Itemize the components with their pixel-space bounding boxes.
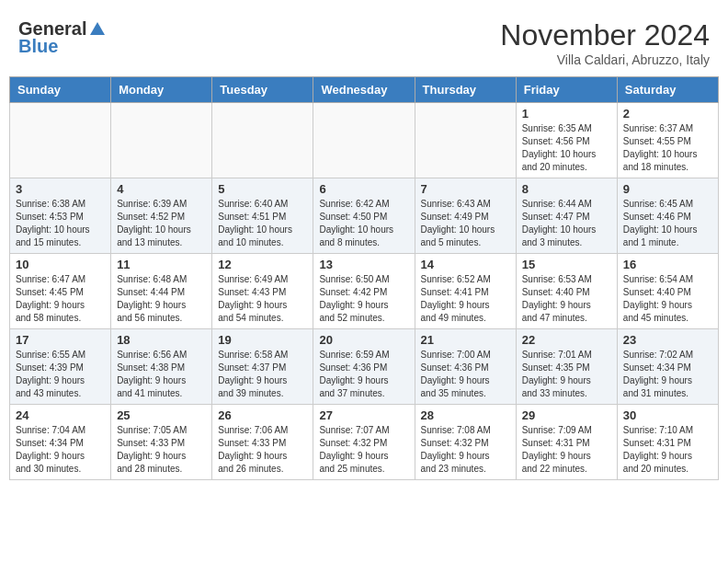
logo-icon (88, 20, 107, 39)
calendar-cell: 27Sunrise: 7:07 AM Sunset: 4:32 PM Dayli… (313, 405, 415, 480)
calendar-cell (212, 103, 313, 178)
weekday-header: Thursday (415, 77, 516, 103)
calendar-cell (10, 103, 111, 178)
month-title: November 2024 (500, 18, 710, 52)
day-info: Sunrise: 6:59 AM Sunset: 4:36 PM Dayligh… (319, 349, 408, 400)
calendar-cell: 21Sunrise: 7:00 AM Sunset: 4:36 PM Dayli… (415, 329, 516, 405)
day-info: Sunrise: 7:06 AM Sunset: 4:33 PM Dayligh… (218, 424, 307, 476)
day-number: 5 (218, 182, 307, 196)
day-info: Sunrise: 6:54 AM Sunset: 4:40 PM Dayligh… (623, 273, 712, 325)
day-info: Sunrise: 6:48 AM Sunset: 4:44 PM Dayligh… (117, 273, 206, 325)
day-number: 24 (16, 408, 105, 422)
weekday-header: Saturday (617, 77, 718, 103)
calendar-cell: 5Sunrise: 6:40 AM Sunset: 4:51 PM Daylig… (212, 178, 313, 254)
calendar-week-row: 17Sunrise: 6:55 AM Sunset: 4:39 PM Dayli… (10, 329, 719, 405)
calendar-cell: 20Sunrise: 6:59 AM Sunset: 4:36 PM Dayli… (313, 329, 415, 405)
day-info: Sunrise: 6:49 AM Sunset: 4:43 PM Dayligh… (218, 273, 307, 325)
day-info: Sunrise: 7:07 AM Sunset: 4:32 PM Dayligh… (319, 424, 408, 476)
day-info: Sunrise: 6:38 AM Sunset: 4:53 PM Dayligh… (16, 198, 105, 249)
calendar-week-row: 24Sunrise: 7:04 AM Sunset: 4:34 PM Dayli… (10, 405, 719, 480)
calendar-cell: 18Sunrise: 6:56 AM Sunset: 4:38 PM Dayli… (111, 329, 212, 405)
calendar-cell (313, 103, 415, 178)
calendar-cell: 9Sunrise: 6:45 AM Sunset: 4:46 PM Daylig… (617, 178, 718, 254)
day-info: Sunrise: 6:43 AM Sunset: 4:49 PM Dayligh… (421, 198, 510, 249)
svg-marker-0 (90, 22, 105, 35)
calendar-cell: 14Sunrise: 6:52 AM Sunset: 4:41 PM Dayli… (415, 254, 516, 329)
calendar-cell: 10Sunrise: 6:47 AM Sunset: 4:45 PM Dayli… (10, 254, 111, 329)
calendar-cell: 3Sunrise: 6:38 AM Sunset: 4:53 PM Daylig… (10, 178, 111, 254)
calendar-week-row: 3Sunrise: 6:38 AM Sunset: 4:53 PM Daylig… (10, 178, 719, 254)
day-info: Sunrise: 6:53 AM Sunset: 4:40 PM Dayligh… (522, 273, 611, 325)
day-number: 25 (117, 408, 206, 422)
calendar-cell: 29Sunrise: 7:09 AM Sunset: 4:31 PM Dayli… (516, 405, 617, 480)
calendar-cell: 15Sunrise: 6:53 AM Sunset: 4:40 PM Dayli… (516, 254, 617, 329)
day-info: Sunrise: 6:37 AM Sunset: 4:55 PM Dayligh… (623, 122, 712, 174)
day-number: 11 (117, 258, 206, 271)
weekday-header: Sunday (10, 77, 111, 103)
day-info: Sunrise: 7:02 AM Sunset: 4:34 PM Dayligh… (623, 349, 712, 400)
calendar-cell: 11Sunrise: 6:48 AM Sunset: 4:44 PM Dayli… (111, 254, 212, 329)
calendar-table: SundayMondayTuesdayWednesdayThursdayFrid… (9, 76, 719, 480)
day-number: 19 (218, 333, 307, 347)
day-info: Sunrise: 6:42 AM Sunset: 4:50 PM Dayligh… (319, 198, 408, 249)
title-block: November 2024 Villa Caldari, Abruzzo, It… (500, 18, 710, 67)
day-info: Sunrise: 7:05 AM Sunset: 4:33 PM Dayligh… (117, 424, 206, 476)
day-info: Sunrise: 6:58 AM Sunset: 4:37 PM Dayligh… (218, 349, 307, 400)
day-info: Sunrise: 6:56 AM Sunset: 4:38 PM Dayligh… (117, 349, 206, 400)
day-number: 29 (522, 408, 611, 422)
calendar-cell: 13Sunrise: 6:50 AM Sunset: 4:42 PM Dayli… (313, 254, 415, 329)
day-number: 4 (117, 182, 206, 196)
day-info: Sunrise: 6:35 AM Sunset: 4:56 PM Dayligh… (522, 122, 611, 174)
day-number: 16 (623, 258, 712, 271)
day-number: 9 (623, 182, 712, 196)
day-number: 12 (218, 258, 307, 271)
page-header: General Blue November 2024 Villa Caldari… (9, 9, 719, 72)
day-info: Sunrise: 6:40 AM Sunset: 4:51 PM Dayligh… (218, 198, 307, 249)
calendar-cell: 4Sunrise: 6:39 AM Sunset: 4:52 PM Daylig… (111, 178, 212, 254)
calendar-cell: 8Sunrise: 6:44 AM Sunset: 4:47 PM Daylig… (516, 178, 617, 254)
day-number: 14 (421, 258, 510, 271)
day-info: Sunrise: 7:00 AM Sunset: 4:36 PM Dayligh… (421, 349, 510, 400)
calendar-cell: 25Sunrise: 7:05 AM Sunset: 4:33 PM Dayli… (111, 405, 212, 480)
calendar-cell: 17Sunrise: 6:55 AM Sunset: 4:39 PM Dayli… (10, 329, 111, 405)
weekday-header: Friday (516, 77, 617, 103)
calendar-cell (415, 103, 516, 178)
location-subtitle: Villa Caldari, Abruzzo, Italy (500, 52, 710, 67)
weekday-header: Wednesday (313, 77, 415, 103)
calendar-week-row: 10Sunrise: 6:47 AM Sunset: 4:45 PM Dayli… (10, 254, 719, 329)
day-info: Sunrise: 6:44 AM Sunset: 4:47 PM Dayligh… (522, 198, 611, 249)
day-info: Sunrise: 7:01 AM Sunset: 4:35 PM Dayligh… (522, 349, 611, 400)
day-number: 15 (522, 258, 611, 271)
day-info: Sunrise: 7:09 AM Sunset: 4:31 PM Dayligh… (522, 424, 611, 476)
weekday-header: Tuesday (212, 77, 313, 103)
day-info: Sunrise: 6:55 AM Sunset: 4:39 PM Dayligh… (16, 349, 105, 400)
calendar-cell: 24Sunrise: 7:04 AM Sunset: 4:34 PM Dayli… (10, 405, 111, 480)
day-number: 26 (218, 408, 307, 422)
calendar-cell: 19Sunrise: 6:58 AM Sunset: 4:37 PM Dayli… (212, 329, 313, 405)
day-number: 28 (421, 408, 510, 422)
day-number: 21 (421, 333, 510, 347)
day-number: 6 (319, 182, 408, 196)
day-number: 20 (319, 333, 408, 347)
day-number: 3 (16, 182, 105, 196)
day-number: 8 (522, 182, 611, 196)
calendar-cell: 30Sunrise: 7:10 AM Sunset: 4:31 PM Dayli… (617, 405, 718, 480)
calendar-cell: 2Sunrise: 6:37 AM Sunset: 4:55 PM Daylig… (617, 103, 718, 178)
calendar-cell: 6Sunrise: 6:42 AM Sunset: 4:50 PM Daylig… (313, 178, 415, 254)
day-number: 23 (623, 333, 712, 347)
day-info: Sunrise: 7:10 AM Sunset: 4:31 PM Dayligh… (623, 424, 712, 476)
calendar-cell: 26Sunrise: 7:06 AM Sunset: 4:33 PM Dayli… (212, 405, 313, 480)
calendar-cell: 22Sunrise: 7:01 AM Sunset: 4:35 PM Dayli… (516, 329, 617, 405)
day-number: 30 (623, 408, 712, 422)
day-number: 17 (16, 333, 105, 347)
day-info: Sunrise: 6:50 AM Sunset: 4:42 PM Dayligh… (319, 273, 408, 325)
day-number: 2 (623, 107, 712, 121)
day-number: 10 (16, 258, 105, 271)
calendar-cell: 1Sunrise: 6:35 AM Sunset: 4:56 PM Daylig… (516, 103, 617, 178)
day-info: Sunrise: 6:47 AM Sunset: 4:45 PM Dayligh… (16, 273, 105, 325)
day-info: Sunrise: 6:45 AM Sunset: 4:46 PM Dayligh… (623, 198, 712, 249)
weekday-header: Monday (111, 77, 212, 103)
day-number: 27 (319, 408, 408, 422)
day-info: Sunrise: 6:52 AM Sunset: 4:41 PM Dayligh… (421, 273, 510, 325)
day-number: 18 (117, 333, 206, 347)
